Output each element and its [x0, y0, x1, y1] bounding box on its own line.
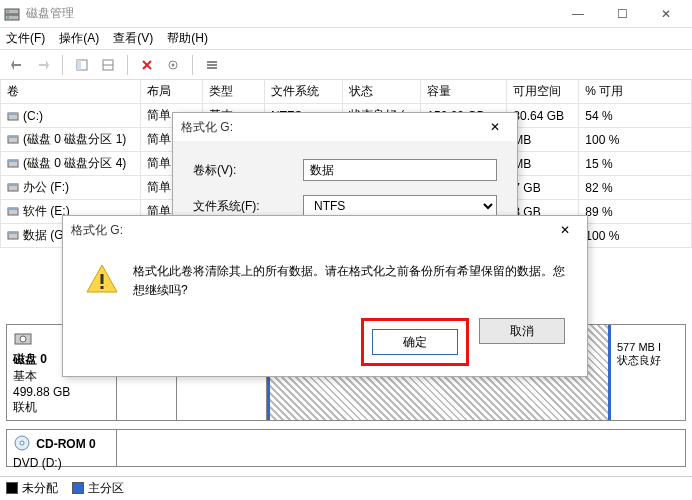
confirm-message: 格式化此卷将清除其上的所有数据。请在格式化之前备份所有希望保留的数据。您想继续吗… — [133, 262, 565, 300]
window-titlebar: 磁盘管理 — ☐ ✕ — [0, 0, 692, 28]
toolbar — [0, 50, 692, 80]
format-dialog-close-icon[interactable]: ✕ — [481, 120, 509, 134]
legend-primary: 主分区 — [88, 481, 124, 495]
disk-0-type: 基本 — [13, 369, 37, 383]
legend: 未分配 主分区 — [0, 476, 692, 500]
volume-icon — [7, 110, 19, 122]
ok-button[interactable]: 确定 — [372, 329, 458, 355]
properties-icon[interactable] — [97, 54, 119, 76]
svg-rect-20 — [8, 160, 18, 162]
ok-highlight: 确定 — [361, 318, 469, 366]
volume-label-input[interactable] — [303, 159, 497, 181]
minimize-button[interactable]: — — [556, 0, 600, 28]
svg-rect-12 — [207, 61, 217, 63]
volume-icon — [7, 157, 19, 169]
menu-file[interactable]: 文件(F) — [6, 30, 45, 47]
col-capacity[interactable]: 容量 — [421, 80, 507, 104]
cdrom-header: CD-ROM 0 DVD (D:) — [7, 430, 117, 466]
close-button[interactable]: ✕ — [644, 0, 688, 28]
volume-icon — [7, 229, 19, 241]
settings-icon[interactable] — [162, 54, 184, 76]
svg-rect-13 — [207, 64, 217, 66]
partition[interactable]: 577 MB I 状态良好 — [611, 325, 685, 420]
maximize-button[interactable]: ☐ — [600, 0, 644, 28]
svg-rect-14 — [207, 67, 217, 69]
cdrom-sub: DVD (D:) — [13, 456, 62, 470]
col-fs[interactable]: 文件系统 — [265, 80, 343, 104]
svg-rect-22 — [8, 184, 18, 186]
volume-icon — [7, 133, 19, 145]
app-icon — [4, 6, 20, 22]
svg-rect-32 — [101, 274, 104, 284]
filesystem-label: 文件系统(F): — [193, 198, 303, 215]
col-pct[interactable]: % 可用 — [579, 80, 692, 104]
cdrom-name: CD-ROM 0 — [36, 437, 95, 451]
col-type[interactable]: 类型 — [203, 80, 265, 104]
refresh-icon[interactable] — [71, 54, 93, 76]
volume-label-label: 卷标(V): — [193, 162, 303, 179]
legend-primary-swatch — [72, 482, 84, 494]
svg-rect-24 — [8, 208, 18, 210]
menu-view[interactable]: 查看(V) — [113, 30, 153, 47]
svg-point-30 — [20, 441, 24, 445]
volume-icon — [7, 181, 19, 193]
warning-icon — [85, 262, 119, 296]
cancel-button[interactable]: 取消 — [479, 318, 565, 344]
volume-icon — [7, 205, 19, 217]
disk-0-size: 499.88 GB — [13, 385, 70, 399]
filesystem-select[interactable]: NTFS — [303, 195, 497, 217]
confirm-dialog-title: 格式化 G: — [71, 222, 551, 239]
col-volume[interactable]: 卷 — [1, 80, 141, 104]
window-title: 磁盘管理 — [26, 5, 556, 22]
svg-rect-5 — [77, 60, 81, 70]
format-dialog-title: 格式化 G: — [181, 119, 481, 136]
svg-rect-26 — [8, 232, 18, 234]
col-layout[interactable]: 布局 — [141, 80, 203, 104]
forward-icon[interactable] — [32, 54, 54, 76]
legend-unalloc-swatch — [6, 482, 18, 494]
back-icon[interactable] — [6, 54, 28, 76]
col-free[interactable]: 可用空间 — [507, 80, 579, 104]
confirm-dialog: 格式化 G: ✕ 格式化此卷将清除其上的所有数据。请在格式化之前备份所有希望保留… — [62, 215, 588, 377]
delete-icon[interactable] — [136, 54, 158, 76]
confirm-dialog-close-icon[interactable]: ✕ — [551, 223, 579, 237]
disk-0-name: 磁盘 0 — [13, 352, 47, 366]
svg-rect-16 — [8, 113, 18, 115]
svg-rect-33 — [101, 286, 104, 289]
disk-0-status: 联机 — [13, 400, 37, 414]
svg-rect-18 — [8, 136, 18, 138]
disk-icon — [13, 329, 33, 349]
svg-point-2 — [7, 10, 9, 12]
legend-unalloc: 未分配 — [22, 481, 58, 495]
cdrom-row[interactable]: CD-ROM 0 DVD (D:) — [6, 429, 686, 467]
cdrom-icon — [13, 434, 33, 454]
col-status[interactable]: 状态 — [343, 80, 421, 104]
list-icon[interactable] — [201, 54, 223, 76]
menu-action[interactable]: 操作(A) — [59, 30, 99, 47]
svg-point-11 — [172, 63, 175, 66]
svg-point-3 — [7, 16, 9, 18]
svg-point-28 — [20, 336, 26, 342]
menu-help[interactable]: 帮助(H) — [167, 30, 208, 47]
menubar: 文件(F) 操作(A) 查看(V) 帮助(H) — [0, 28, 692, 50]
